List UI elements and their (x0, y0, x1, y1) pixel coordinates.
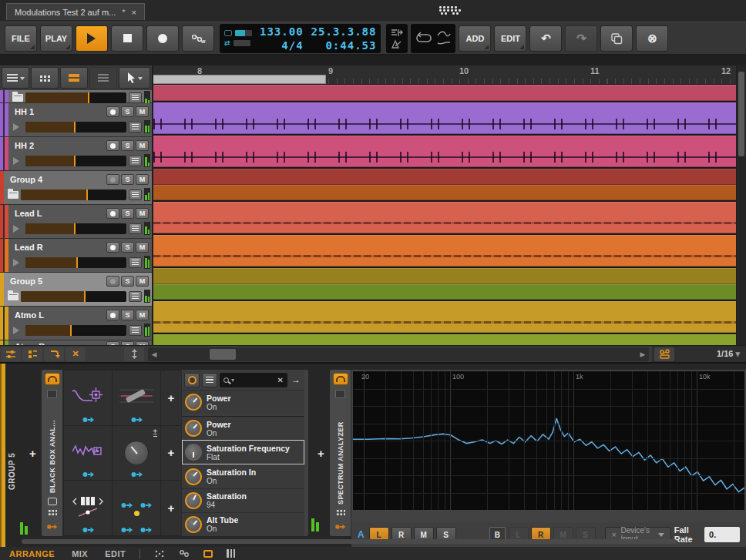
modulator-slot-knob[interactable]: ± (113, 426, 160, 481)
routing-button[interactable] (129, 189, 142, 200)
list-filter-button[interactable] (202, 373, 217, 387)
delete-button[interactable]: ⊗ (636, 25, 668, 52)
preset-icon[interactable] (335, 390, 345, 398)
device-panel-scrollbar[interactable] (22, 539, 677, 544)
view-switch-mix[interactable]: MIX (72, 549, 88, 558)
solo-button[interactable]: S (121, 310, 134, 320)
monitor-arrow-icon[interactable] (13, 259, 23, 267)
record-arm-button[interactable] (106, 310, 119, 320)
mapping-item[interactable]: Saturation InOn (182, 464, 304, 488)
timeline-ruler[interactable]: 89101112 (153, 65, 736, 85)
mapping-item[interactable]: PowerOn (182, 416, 304, 440)
clip[interactable] (153, 284, 736, 300)
clip[interactable] (153, 301, 736, 333)
mute-button[interactable]: M (136, 174, 149, 185)
view-switch-edit[interactable]: EDIT (105, 549, 126, 558)
track-header-atmo-l[interactable]: Atmo LSM (0, 307, 152, 340)
position-bars-display[interactable]: 25.3.3.88 (311, 25, 377, 38)
play-menu-button[interactable]: PLAY (40, 25, 72, 52)
view-switch-arrange[interactable]: ARRANGE (9, 549, 55, 558)
scroll-right-icon[interactable]: ▶ (637, 347, 649, 361)
monitor-arrow-icon[interactable] (13, 123, 23, 131)
horizontal-scrollbar-handle[interactable] (210, 349, 236, 360)
routing-button[interactable] (129, 257, 142, 268)
mapping-knob[interactable] (185, 444, 202, 461)
track-name[interactable]: Lead R (12, 243, 106, 252)
add-modulator-button[interactable]: + (168, 446, 175, 459)
fold-tracks-button[interactable] (44, 347, 64, 361)
monitor-arrow-icon[interactable] (13, 327, 23, 334)
clip-lane-atmo-r[interactable] (153, 334, 736, 345)
track-header-hh-1[interactable]: HH 1SM (0, 103, 152, 136)
volume-slider[interactable] (25, 92, 126, 103)
monitor-arrow-icon[interactable] (13, 225, 23, 233)
mapping-item[interactable]: Alt TubeOn (182, 512, 304, 536)
expand-grid-icon[interactable] (48, 509, 57, 515)
device-power-button[interactable] (333, 373, 348, 385)
file-menu-button[interactable]: FILE (5, 25, 37, 52)
track-name[interactable]: HH 1 (12, 107, 106, 116)
track-header-lead-l[interactable]: Lead LSM (0, 205, 152, 238)
clip[interactable] (153, 169, 736, 185)
clip-lane-group-4[interactable] (153, 169, 736, 202)
arrange-view-button[interactable] (60, 67, 88, 89)
modulation-out-icon[interactable] (335, 520, 346, 532)
clip-lane-atmo-l[interactable] (153, 301, 736, 334)
record-arm-button[interactable] (106, 276, 119, 287)
track-header-hh-2[interactable]: HH 2SM (0, 137, 152, 170)
folder-icon[interactable] (8, 293, 18, 300)
routing-button[interactable] (129, 325, 142, 336)
record-arm-button[interactable] (106, 174, 119, 185)
active-panel-icon[interactable] (203, 550, 213, 558)
clip-lane-lead-r[interactable] (153, 235, 736, 268)
clip-lane-lead-l[interactable] (153, 202, 736, 235)
solo-button[interactable]: S (121, 208, 134, 219)
snap-indicator-icon[interactable] (154, 549, 165, 558)
mapping-knob[interactable] (185, 516, 202, 533)
mapping-item[interactable]: PowerOn (182, 390, 304, 414)
track-name[interactable]: Atmo L (12, 310, 106, 320)
loop-region[interactable] (153, 75, 326, 84)
volume-slider[interactable] (25, 257, 126, 268)
automation-follow-icon[interactable] (437, 31, 451, 37)
track-header-group-5[interactable]: Group 5SM (0, 273, 152, 306)
clip-lane-group-5[interactable] (153, 268, 736, 301)
link-icon[interactable] (179, 549, 190, 558)
modulator-slot-fader[interactable] (113, 371, 160, 425)
monitor-arrow-icon[interactable] (13, 157, 23, 165)
modulator-slot-envelope[interactable] (64, 371, 112, 425)
panel-toggle-icon[interactable] (48, 498, 57, 505)
solo-button[interactable]: S (121, 276, 134, 287)
record-arm-button[interactable] (106, 242, 119, 253)
loop-icon[interactable] (415, 32, 432, 44)
tempo-display[interactable]: 133.00 (260, 25, 304, 38)
clip[interactable] (153, 185, 736, 201)
add-device-left-button[interactable]: + (29, 447, 36, 460)
mapping-knob[interactable] (185, 420, 202, 437)
redo-button[interactable]: ↷ (565, 25, 597, 52)
track-sort-button[interactable] (2, 67, 29, 89)
detail-view-button[interactable] (89, 67, 117, 89)
fall-rate-field[interactable]: 0. (704, 527, 740, 542)
tab-close-icon[interactable]: × (132, 8, 136, 17)
edit-menu-button[interactable]: EDIT (494, 25, 526, 52)
device-black-box[interactable]: BLACK BOX ANAL... +±++ ▾ ✕ → (42, 370, 308, 536)
routing-button[interactable] (129, 223, 142, 234)
undo-button[interactable]: ↶ (529, 25, 562, 52)
record-arm-button[interactable] (106, 208, 119, 219)
routing-button[interactable] (129, 122, 142, 132)
snap-menu-button[interactable] (654, 347, 674, 361)
clip-lane-partial[interactable] (153, 85, 736, 102)
track-header-group-4[interactable]: Group 4SM (0, 171, 152, 204)
vertical-scrollbar[interactable] (737, 65, 746, 345)
mute-button[interactable]: M (136, 276, 149, 287)
clip[interactable] (153, 85, 736, 101)
close-panel-button[interactable]: ✕ (66, 347, 86, 361)
horizontal-scrollbar[interactable]: ◀ ▶ (148, 347, 649, 361)
audio-engine-button[interactable]: w (182, 25, 214, 52)
add-menu-button[interactable]: ADD (459, 25, 491, 52)
modulator-slot-buttons[interactable] (113, 481, 160, 535)
mute-button[interactable]: M (136, 242, 149, 253)
track-io-toggle-button[interactable] (1, 347, 21, 361)
track-name[interactable]: Group 5 (7, 277, 106, 286)
